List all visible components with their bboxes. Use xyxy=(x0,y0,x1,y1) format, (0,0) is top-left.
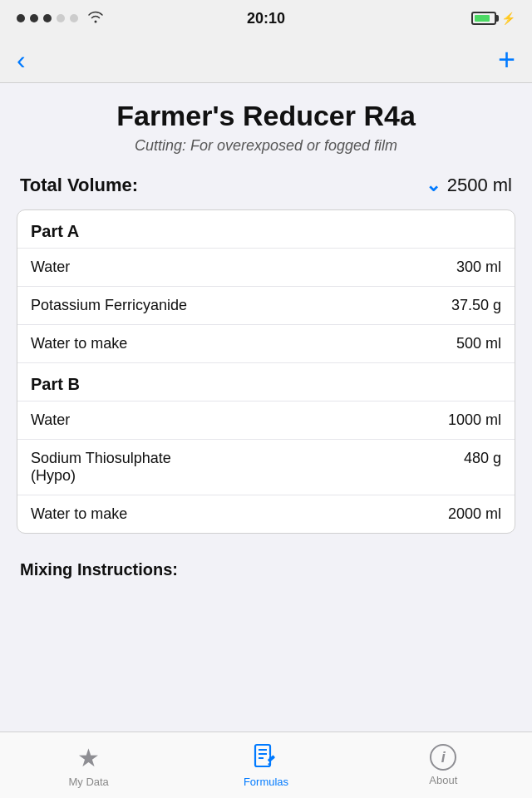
battery-area: ⚡ xyxy=(471,12,515,25)
ingredients-card: Part A Water 300 ml Potassium Ferricyani… xyxy=(17,209,515,534)
signal-dot-5 xyxy=(70,14,78,22)
battery xyxy=(471,12,496,25)
ingredient-amount: 500 ml xyxy=(456,335,501,352)
battery-fill xyxy=(475,15,490,22)
ingredient-name: Potassium Ferricyanide xyxy=(31,297,451,314)
part-b-header: Part B xyxy=(17,362,515,401)
signal-dot-2 xyxy=(30,14,38,22)
charging-icon: ⚡ xyxy=(501,12,515,25)
mixing-instructions-header: Mixing Instructions: xyxy=(17,547,515,583)
tab-formulas[interactable]: Formulas xyxy=(178,742,353,788)
part-a-header: Part A xyxy=(17,210,515,248)
formulas-icon xyxy=(251,742,281,772)
nav-bar: ‹ + xyxy=(0,37,532,83)
ingredient-amount: 2000 ml xyxy=(448,505,501,523)
ingredient-amount: 37.50 g xyxy=(451,297,501,314)
wifi-icon xyxy=(86,10,105,27)
signal-dot-3 xyxy=(43,14,52,22)
ingredient-amount: 480 g xyxy=(464,450,501,467)
status-bar: 20:10 ⚡ xyxy=(0,0,532,37)
ingredient-row: Water to make 2000 ml xyxy=(17,495,515,533)
ingredient-row: Water 1000 ml xyxy=(17,401,515,439)
chevron-down-icon: ⌄ xyxy=(426,175,441,196)
ingredient-name: Sodium Thiosulphate(Hypo) xyxy=(31,450,464,485)
back-button[interactable]: ‹ xyxy=(17,47,26,73)
ingredient-name: Water to make xyxy=(31,505,448,523)
ingredient-name: Water to make xyxy=(31,335,456,352)
tab-my-data[interactable]: ★ My Data xyxy=(1,743,176,788)
ingredient-name: Water xyxy=(31,259,456,276)
tab-bar: ★ My Data Formulas i About xyxy=(0,732,532,798)
volume-row: Total Volume: ⌄ 2500 ml xyxy=(17,175,515,196)
volume-label: Total Volume: xyxy=(20,175,138,196)
ingredient-row: Water 300 ml xyxy=(17,248,515,286)
ingredient-row: Potassium Ferricyanide 37.50 g xyxy=(17,286,515,324)
volume-value-container[interactable]: ⌄ 2500 ml xyxy=(426,175,512,196)
tab-about-label: About xyxy=(429,774,457,786)
tab-my-data-label: My Data xyxy=(68,776,108,788)
add-button[interactable]: + xyxy=(498,45,515,75)
signal-dot-4 xyxy=(57,14,65,22)
battery-shell xyxy=(471,12,496,25)
info-icon: i xyxy=(430,744,456,771)
main-content: Farmer's Reducer R4a Cutting: For overex… xyxy=(0,83,532,732)
signal-dot-1 xyxy=(17,14,25,22)
formula-subtitle: Cutting: For overexposed or fogged film xyxy=(17,137,515,155)
ingredient-name: Water xyxy=(31,411,448,429)
ingredient-row: Water to make 500 ml xyxy=(17,324,515,362)
star-icon: ★ xyxy=(77,743,100,772)
signal-area xyxy=(17,10,105,27)
tab-about[interactable]: i About xyxy=(356,744,531,786)
volume-value: 2500 ml xyxy=(447,175,512,196)
status-time: 20:10 xyxy=(247,10,285,27)
formula-title: Farmer's Reducer R4a xyxy=(17,100,515,132)
ingredient-amount: 300 ml xyxy=(456,259,501,276)
ingredient-row: Sodium Thiosulphate(Hypo) 480 g xyxy=(17,439,515,495)
tab-formulas-label: Formulas xyxy=(244,776,288,788)
ingredient-amount: 1000 ml xyxy=(448,411,501,429)
